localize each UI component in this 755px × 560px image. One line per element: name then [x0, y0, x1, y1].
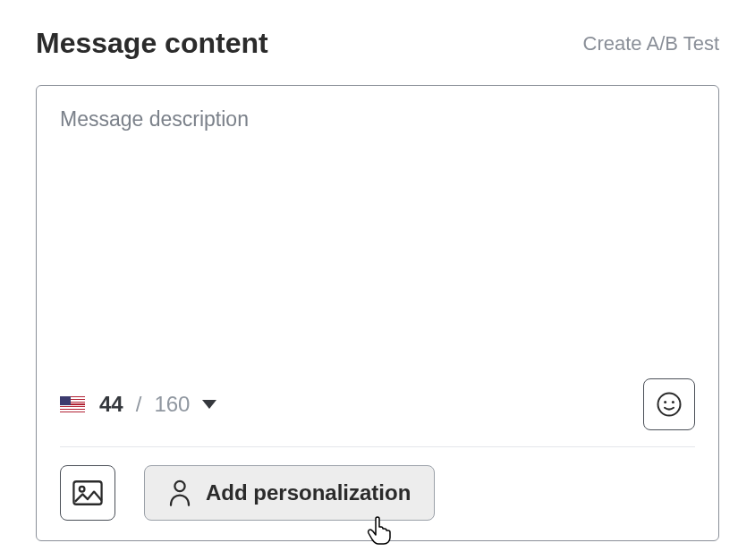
svg-point-0	[658, 394, 681, 416]
smile-icon	[656, 391, 683, 418]
action-row: Add personalization	[60, 447, 695, 521]
character-counter[interactable]: 44 / 160	[60, 392, 216, 417]
add-image-button[interactable]	[60, 465, 115, 521]
add-personalization-button[interactable]: Add personalization	[144, 465, 435, 521]
chevron-down-icon	[202, 400, 216, 409]
char-count-separator: /	[136, 392, 142, 417]
char-count-current: 44	[99, 392, 123, 417]
svg-point-5	[174, 481, 184, 491]
message-textarea[interactable]	[60, 107, 695, 369]
image-icon	[72, 479, 103, 506]
add-personalization-label: Add personalization	[206, 480, 411, 505]
us-flag-icon	[60, 396, 85, 412]
emoji-picker-button[interactable]	[643, 378, 695, 430]
svg-rect-3	[73, 481, 101, 505]
create-ab-test-link[interactable]: Create A/B Test	[583, 32, 719, 55]
section-title: Message content	[36, 27, 268, 60]
message-editor: 44 / 160 Add pe	[36, 85, 719, 541]
person-icon	[168, 479, 191, 506]
char-count-max: 160	[154, 392, 190, 417]
counter-row: 44 / 160	[60, 378, 695, 447]
svg-point-1	[664, 401, 666, 403]
cursor-pointer-icon	[367, 516, 392, 545]
svg-point-4	[80, 487, 85, 492]
section-header: Message content Create A/B Test	[36, 27, 719, 60]
svg-point-2	[672, 401, 674, 403]
